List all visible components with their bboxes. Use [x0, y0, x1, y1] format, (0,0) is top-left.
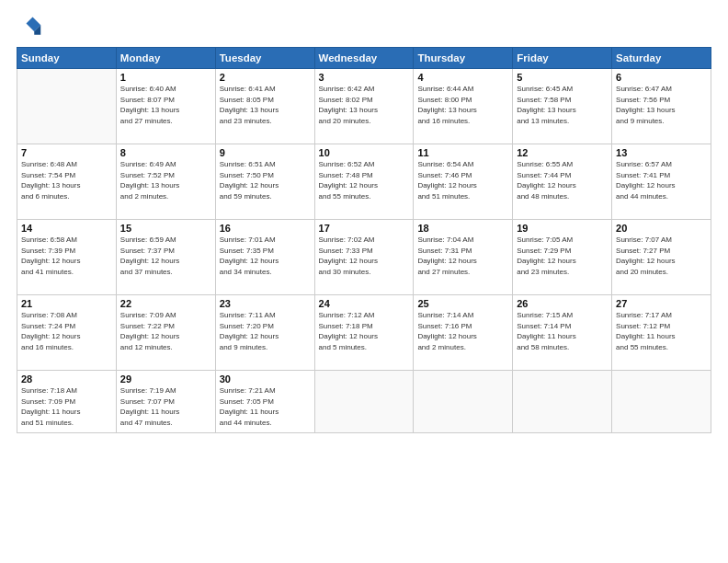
calendar-cell: 7Sunrise: 6:48 AM Sunset: 7:54 PM Daylig… — [17, 144, 117, 220]
calendar-cell: 11Sunrise: 6:54 AM Sunset: 7:46 PM Dayli… — [414, 144, 513, 220]
day-number: 22 — [120, 298, 211, 309]
day-number: 15 — [120, 223, 211, 234]
calendar: SundayMondayTuesdayWednesdayThursdayFrid… — [17, 47, 711, 433]
calendar-cell: 14Sunrise: 6:58 AM Sunset: 7:39 PM Dayli… — [17, 220, 117, 295]
day-info: Sunrise: 6:40 AM Sunset: 8:07 PM Dayligh… — [120, 84, 211, 126]
week-row-5: 28Sunrise: 7:18 AM Sunset: 7:09 PM Dayli… — [17, 371, 711, 433]
weekday-header-monday: Monday — [116, 48, 215, 69]
calendar-cell: 23Sunrise: 7:11 AM Sunset: 7:20 PM Dayli… — [215, 295, 314, 371]
calendar-cell: 28Sunrise: 7:18 AM Sunset: 7:09 PM Dayli… — [17, 371, 117, 433]
weekday-header-friday: Friday — [513, 48, 612, 69]
calendar-cell: 30Sunrise: 7:21 AM Sunset: 7:05 PM Dayli… — [215, 371, 314, 433]
calendar-cell: 19Sunrise: 7:05 AM Sunset: 7:29 PM Dayli… — [513, 220, 612, 295]
calendar-cell: 6Sunrise: 6:47 AM Sunset: 7:56 PM Daylig… — [612, 69, 711, 144]
day-info: Sunrise: 7:11 AM Sunset: 7:20 PM Dayligh… — [220, 310, 311, 352]
day-info: Sunrise: 7:14 AM Sunset: 7:16 PM Dayligh… — [417, 310, 508, 352]
day-info: Sunrise: 7:08 AM Sunset: 7:24 PM Dayligh… — [21, 310, 112, 352]
day-number: 5 — [517, 72, 608, 83]
calendar-cell — [612, 371, 711, 433]
day-info: Sunrise: 6:42 AM Sunset: 8:02 PM Dayligh… — [319, 84, 410, 126]
calendar-cell: 18Sunrise: 7:04 AM Sunset: 7:31 PM Dayli… — [414, 220, 513, 295]
week-row-4: 21Sunrise: 7:08 AM Sunset: 7:24 PM Dayli… — [17, 295, 711, 371]
calendar-cell: 5Sunrise: 6:45 AM Sunset: 7:58 PM Daylig… — [513, 69, 612, 144]
calendar-cell: 24Sunrise: 7:12 AM Sunset: 7:18 PM Dayli… — [314, 295, 414, 371]
day-info: Sunrise: 6:48 AM Sunset: 7:54 PM Dayligh… — [21, 159, 112, 201]
day-info: Sunrise: 7:18 AM Sunset: 7:09 PM Dayligh… — [21, 385, 112, 428]
day-info: Sunrise: 6:45 AM Sunset: 7:58 PM Dayligh… — [517, 84, 608, 126]
day-number: 16 — [220, 223, 311, 234]
day-info: Sunrise: 7:04 AM Sunset: 7:31 PM Dayligh… — [417, 235, 508, 277]
day-info: Sunrise: 6:44 AM Sunset: 8:00 PM Dayligh… — [417, 84, 508, 126]
day-info: Sunrise: 7:15 AM Sunset: 7:14 PM Dayligh… — [517, 310, 608, 352]
calendar-cell: 2Sunrise: 6:41 AM Sunset: 8:05 PM Daylig… — [215, 69, 314, 144]
week-row-2: 7Sunrise: 6:48 AM Sunset: 7:54 PM Daylig… — [17, 144, 711, 220]
day-number: 27 — [616, 298, 707, 309]
calendar-cell: 16Sunrise: 7:01 AM Sunset: 7:35 PM Dayli… — [215, 220, 314, 295]
day-info: Sunrise: 6:58 AM Sunset: 7:39 PM Dayligh… — [21, 235, 112, 277]
day-info: Sunrise: 6:52 AM Sunset: 7:48 PM Dayligh… — [319, 159, 410, 201]
day-number: 13 — [616, 147, 707, 158]
day-info: Sunrise: 6:49 AM Sunset: 7:52 PM Dayligh… — [120, 159, 211, 201]
weekday-header-saturday: Saturday — [612, 48, 711, 69]
calendar-cell — [414, 371, 513, 433]
day-number: 26 — [517, 298, 608, 309]
calendar-cell — [513, 371, 612, 433]
calendar-cell — [314, 371, 414, 433]
day-number: 3 — [319, 72, 410, 83]
calendar-cell: 26Sunrise: 7:15 AM Sunset: 7:14 PM Dayli… — [513, 295, 612, 371]
logo — [17, 14, 46, 40]
day-info: Sunrise: 7:17 AM Sunset: 7:12 PM Dayligh… — [616, 310, 707, 352]
day-number: 20 — [616, 223, 707, 234]
day-info: Sunrise: 7:09 AM Sunset: 7:22 PM Dayligh… — [120, 310, 211, 352]
day-number: 23 — [220, 298, 311, 309]
day-number: 19 — [517, 223, 608, 234]
day-number: 18 — [417, 223, 508, 234]
day-number: 21 — [21, 298, 112, 309]
day-info: Sunrise: 7:19 AM Sunset: 7:07 PM Dayligh… — [120, 385, 211, 428]
calendar-cell: 8Sunrise: 6:49 AM Sunset: 7:52 PM Daylig… — [116, 144, 215, 220]
day-info: Sunrise: 6:47 AM Sunset: 7:56 PM Dayligh… — [616, 84, 707, 126]
day-info: Sunrise: 6:41 AM Sunset: 8:05 PM Dayligh… — [220, 84, 311, 126]
logo-icon — [17, 14, 42, 40]
weekday-header-thursday: Thursday — [414, 48, 513, 69]
week-row-1: 1Sunrise: 6:40 AM Sunset: 8:07 PM Daylig… — [17, 69, 711, 144]
day-info: Sunrise: 6:57 AM Sunset: 7:41 PM Dayligh… — [616, 159, 707, 201]
day-number: 12 — [517, 147, 608, 158]
day-number: 4 — [417, 72, 508, 83]
header — [17, 14, 711, 40]
calendar-cell: 3Sunrise: 6:42 AM Sunset: 8:02 PM Daylig… — [314, 69, 414, 144]
day-info: Sunrise: 6:54 AM Sunset: 7:46 PM Dayligh… — [417, 159, 508, 201]
day-number: 8 — [120, 147, 211, 158]
calendar-cell: 13Sunrise: 6:57 AM Sunset: 7:41 PM Dayli… — [612, 144, 711, 220]
day-info: Sunrise: 6:51 AM Sunset: 7:50 PM Dayligh… — [220, 159, 311, 201]
calendar-cell: 27Sunrise: 7:17 AM Sunset: 7:12 PM Dayli… — [612, 295, 711, 371]
day-info: Sunrise: 7:05 AM Sunset: 7:29 PM Dayligh… — [517, 235, 608, 277]
calendar-cell: 9Sunrise: 6:51 AM Sunset: 7:50 PM Daylig… — [215, 144, 314, 220]
day-number: 29 — [120, 373, 211, 385]
day-number: 11 — [417, 147, 508, 158]
weekday-header-row: SundayMondayTuesdayWednesdayThursdayFrid… — [17, 48, 711, 69]
day-number: 2 — [220, 72, 311, 83]
day-number: 17 — [319, 223, 410, 234]
calendar-cell: 15Sunrise: 6:59 AM Sunset: 7:37 PM Dayli… — [116, 220, 215, 295]
day-number: 28 — [21, 373, 112, 385]
calendar-cell: 29Sunrise: 7:19 AM Sunset: 7:07 PM Dayli… — [116, 371, 215, 433]
calendar-cell: 25Sunrise: 7:14 AM Sunset: 7:16 PM Dayli… — [414, 295, 513, 371]
weekday-header-sunday: Sunday — [17, 48, 117, 69]
day-info: Sunrise: 7:07 AM Sunset: 7:27 PM Dayligh… — [616, 235, 707, 277]
day-info: Sunrise: 7:01 AM Sunset: 7:35 PM Dayligh… — [220, 235, 311, 277]
day-number: 24 — [319, 298, 410, 309]
day-number: 6 — [616, 72, 707, 83]
day-number: 10 — [319, 147, 410, 158]
calendar-cell: 4Sunrise: 6:44 AM Sunset: 8:00 PM Daylig… — [414, 69, 513, 144]
day-info: Sunrise: 7:12 AM Sunset: 7:18 PM Dayligh… — [319, 310, 410, 352]
calendar-cell — [17, 69, 117, 144]
weekday-header-tuesday: Tuesday — [215, 48, 314, 69]
day-info: Sunrise: 7:02 AM Sunset: 7:33 PM Dayligh… — [319, 235, 410, 277]
calendar-cell: 12Sunrise: 6:55 AM Sunset: 7:44 PM Dayli… — [513, 144, 612, 220]
day-number: 30 — [220, 373, 311, 385]
day-number: 7 — [21, 147, 112, 158]
weekday-header-wednesday: Wednesday — [314, 48, 414, 69]
page: SundayMondayTuesdayWednesdayThursdayFrid… — [0, 0, 728, 563]
calendar-cell: 20Sunrise: 7:07 AM Sunset: 7:27 PM Dayli… — [612, 220, 711, 295]
